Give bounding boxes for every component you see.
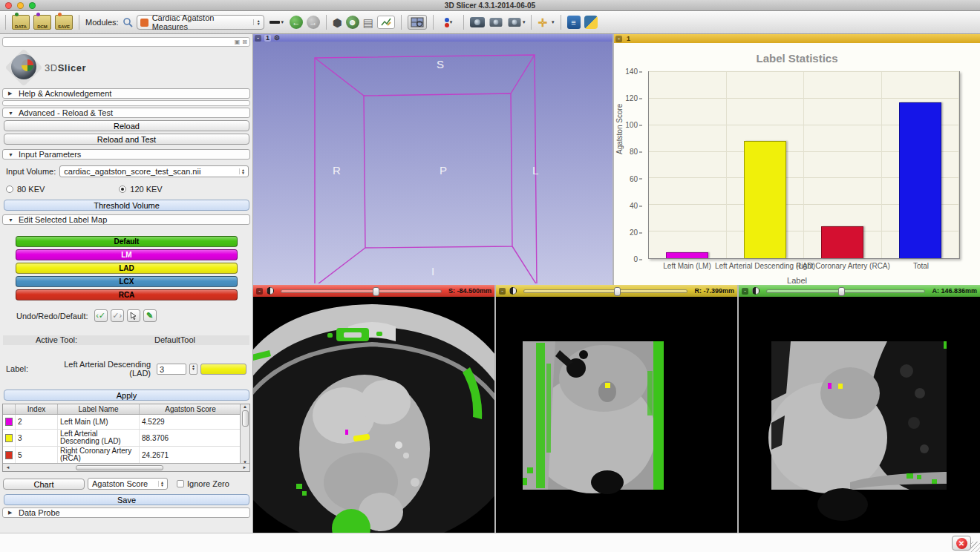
module-history-button[interactable]: ▾: [268, 13, 286, 31]
label-lcx-button[interactable]: LCX: [16, 276, 238, 287]
chart-edit-icon[interactable]: [377, 16, 395, 29]
green-slice-image[interactable]: [739, 297, 980, 533]
crosshair-icon[interactable]: ✛: [538, 17, 547, 28]
table-row[interactable]: 2 Left Main (LM) 4.5229: [3, 415, 249, 430]
scroll-right-icon[interactable]: ►: [241, 465, 248, 470]
score-table[interactable]: Index Label Name Agatston Score 2 Left M…: [2, 404, 250, 472]
slice-offset-slider[interactable]: [523, 289, 687, 293]
section-advanced[interactable]: ▼ Advanced - Reload & Test: [2, 108, 250, 118]
layers-icon[interactable]: ▤: [363, 17, 373, 28]
swatch-column-header[interactable]: [3, 404, 16, 414]
scroll-up-icon[interactable]: ▲: [243, 404, 247, 409]
threed-view[interactable]: - 1 ⚙ S: [253, 34, 612, 285]
slice-view-yellow[interactable]: - R: -7.399mm: [496, 285, 737, 533]
screenshot-icon[interactable]: [470, 17, 485, 27]
minimize-view-icon[interactable]: -: [499, 288, 506, 295]
close-panel-icon[interactable]: ⊠: [242, 39, 247, 45]
table-vertical-scrollbar[interactable]: ▲ ▼: [240, 404, 249, 464]
visibility-eye-icon[interactable]: [509, 287, 517, 295]
minimize-view-icon[interactable]: -: [615, 36, 622, 42]
label-color-swatch-button[interactable]: [200, 364, 246, 375]
redo-button[interactable]: ✓›: [111, 309, 124, 322]
spinbox-arrows-icon[interactable]: ▲▼: [189, 364, 197, 375]
scroll-thumb[interactable]: [242, 410, 249, 427]
forward-button[interactable]: →: [307, 16, 320, 29]
threed-canvas[interactable]: S R P L I: [253, 42, 612, 285]
label-lad-button[interactable]: LAD: [16, 263, 238, 274]
apply-button[interactable]: Apply: [4, 390, 249, 401]
chart-bar[interactable]: [744, 141, 786, 258]
name-column-header[interactable]: Label Name: [58, 404, 140, 414]
layout-selector-button[interactable]: [408, 15, 427, 30]
label-lm-button[interactable]: LM: [16, 249, 238, 260]
slice-view-red[interactable]: - S: -84.500mm: [253, 285, 494, 533]
save-data-button[interactable]: SAVE: [55, 13, 73, 31]
python-console-icon[interactable]: [584, 16, 598, 29]
undock-panel-icon[interactable]: ▣: [235, 39, 241, 45]
module-selector[interactable]: Cardiac Agatston Measures ▲▼: [137, 15, 264, 30]
slice-view-green[interactable]: - A: 146.836mm: [739, 285, 980, 533]
input-volume-selector[interactable]: cardiac_agatston_score_test_scan.nii ▲▼: [59, 165, 249, 177]
reload-button[interactable]: Reload: [4, 120, 249, 131]
ignore-zero-checkbox[interactable]: [177, 480, 184, 487]
table-row[interactable]: 5 Right Coronary Artery (RCA) 24.2671: [3, 447, 249, 464]
markups-fiducial-button[interactable]: ▾: [440, 13, 457, 31]
chart-bar[interactable]: [666, 252, 708, 258]
section-edit-label-map[interactable]: ▼ Edit Selected Label Map: [2, 214, 250, 225]
reload-and-test-button[interactable]: Reload and Test: [4, 134, 249, 145]
table-header[interactable]: Index Label Name Agatston Score: [3, 404, 249, 415]
scene-view-restore-button[interactable]: ▾: [507, 13, 526, 31]
chart-button[interactable]: Chart: [3, 479, 85, 490]
minimize-view-icon[interactable]: -: [742, 288, 748, 295]
radio-80kev[interactable]: 80 KEV: [6, 185, 119, 194]
chart-bar[interactable]: [899, 102, 941, 258]
threed-view-controller[interactable]: - 1 ⚙: [253, 34, 612, 42]
extension-manager-icon[interactable]: ≡: [567, 16, 581, 29]
section-input-parameters[interactable]: ▼ Input Parameters: [2, 149, 250, 160]
module-search-icon[interactable]: [122, 17, 133, 27]
slider-handle[interactable]: [614, 287, 621, 296]
scene-globe-icon[interactable]: ◍: [346, 16, 359, 29]
undo-button[interactable]: ‹✓: [94, 309, 108, 322]
red-slice-controller[interactable]: - S: -84.500mm: [253, 285, 494, 297]
score-column-header[interactable]: Agatston Score: [140, 404, 242, 414]
chart-plot-area[interactable]: [648, 71, 960, 259]
table-row[interactable]: 3 Left Arterial Descending (LAD) 88.3706: [3, 430, 249, 447]
yellow-slice-image[interactable]: [496, 297, 737, 533]
label-rca-button[interactable]: RCA: [16, 289, 238, 300]
index-column-header[interactable]: Index: [16, 404, 58, 414]
visibility-eye-icon[interactable]: [752, 287, 760, 295]
save-button[interactable]: Save: [4, 494, 249, 505]
chart-view-controller[interactable]: - 1: [614, 34, 980, 43]
chart-view[interactable]: - 1 Label Statistics Agatston Score 0204…: [614, 34, 980, 285]
view-options-pin-icon[interactable]: ⚙: [274, 35, 280, 42]
back-button[interactable]: ←: [290, 16, 303, 29]
scene-view-capture-icon[interactable]: [489, 18, 502, 27]
radio-120kev[interactable]: 120 KEV: [119, 185, 162, 194]
section-help[interactable]: ▶ Help & Acknowledgement: [2, 88, 250, 99]
metric-selector[interactable]: Agatston Score ▲▼: [88, 478, 168, 490]
slider-handle[interactable]: [373, 287, 379, 296]
pointer-tool-button[interactable]: [127, 309, 140, 322]
section-data-probe[interactable]: ▶ Data Probe: [2, 507, 250, 518]
slice-offset-slider[interactable]: [766, 289, 925, 293]
error-log-button[interactable]: ✕: [952, 536, 971, 551]
slice-offset-slider[interactable]: [281, 289, 442, 293]
load-dicom-button[interactable]: DCM: [33, 13, 51, 31]
module-panel-header[interactable]: ▣ ⊠: [2, 37, 250, 47]
minimize-view-icon[interactable]: -: [256, 288, 263, 295]
load-data-button[interactable]: DATA: [12, 13, 30, 31]
label-default-button[interactable]: Default: [16, 236, 238, 247]
resize-grip[interactable]: [970, 542, 980, 552]
visibility-eye-icon[interactable]: [267, 287, 274, 295]
crosshair-menu-caret[interactable]: ▾: [552, 19, 555, 25]
chart-canvas[interactable]: Label Statistics Agatston Score 02040608…: [614, 43, 980, 285]
red-slice-image[interactable]: [253, 297, 494, 533]
chart-bar[interactable]: [821, 226, 863, 259]
threshold-volume-button[interactable]: Threshold Volume: [4, 200, 249, 211]
extension-cube-icon[interactable]: ⬢: [333, 17, 342, 28]
scroll-thumb[interactable]: [76, 465, 163, 470]
label-value-spinbox[interactable]: 3: [157, 364, 186, 375]
slider-handle[interactable]: [838, 287, 845, 296]
green-slice-controller[interactable]: - A: 146.836mm: [739, 285, 980, 297]
